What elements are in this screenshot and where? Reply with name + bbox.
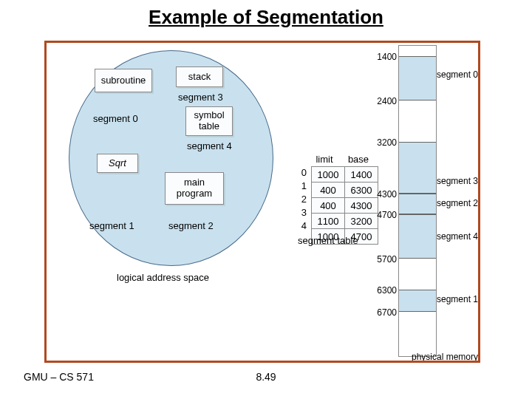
addr-6300: 6300 xyxy=(367,285,397,296)
physical-memory-label: physical memory xyxy=(412,352,478,362)
addr-1400: 1400 xyxy=(367,52,397,62)
cell-limit: 400 xyxy=(312,183,345,198)
segment-table-idx: 4 xyxy=(298,219,307,233)
addr-3200: 3200 xyxy=(367,137,397,148)
addr-4300: 4300 xyxy=(367,189,397,200)
cell-base: 1400 xyxy=(345,167,378,183)
segment-sqrt-box: Sqrt xyxy=(97,154,138,173)
phys-label-seg3: segment 3 xyxy=(437,176,478,186)
slide: Example of Segmentation subroutine segme… xyxy=(0,0,532,399)
segment-table-header-limit: limit xyxy=(311,154,338,165)
cell-limit: 400 xyxy=(312,198,345,214)
segment-table-idx: 2 xyxy=(298,193,307,206)
footer-page: 8.49 xyxy=(0,371,532,383)
segment-label-3: segment 3 xyxy=(178,92,223,103)
segment-table-idx: 3 xyxy=(298,206,307,219)
segment-table-label: segment table xyxy=(298,235,358,246)
addr-2400: 2400 xyxy=(367,96,397,106)
segment-table: limit base 0 1 2 3 4 10001400 4006300 40… xyxy=(298,154,378,245)
segment-table-grid: 10001400 4006300 4004300 11003200 100047… xyxy=(311,166,378,245)
phys-seg1-block xyxy=(399,290,436,312)
phys-seg0-block xyxy=(399,56,436,100)
segment-table-idx: 0 xyxy=(298,166,307,180)
phys-label-seg1: segment 1 xyxy=(437,294,478,304)
addr-4700: 4700 xyxy=(367,210,397,220)
segment-main-box: main program xyxy=(165,172,224,205)
cell-limit: 1100 xyxy=(312,214,345,229)
phys-label-seg4: segment 4 xyxy=(437,231,478,242)
phys-seg4-block xyxy=(399,214,436,259)
logical-address-space-label: logical address space xyxy=(117,272,209,283)
cell-limit: 1000 xyxy=(312,167,345,183)
segment-table-header: limit base xyxy=(311,154,378,165)
physical-memory xyxy=(398,45,437,357)
segment-symtab-box: symbol table xyxy=(185,106,233,136)
segment-table-idx: 1 xyxy=(298,180,307,193)
segment-label-4: segment 4 xyxy=(187,140,232,151)
phys-label-seg0: segment 0 xyxy=(437,69,478,80)
diagram-stage: subroutine segment 0 stack segment 3 sym… xyxy=(47,43,478,361)
segment-label-0: segment 0 xyxy=(93,113,138,124)
segment-stack-box: stack xyxy=(176,66,223,87)
addr-5700: 5700 xyxy=(367,254,397,265)
phys-label-seg2: segment 2 xyxy=(437,198,478,208)
segment-label-1: segment 1 xyxy=(89,220,134,231)
addr-6700: 6700 xyxy=(367,307,397,318)
phys-seg2-block xyxy=(399,194,436,214)
segment-label-2: segment 2 xyxy=(168,220,214,231)
diagram-frame: subroutine segment 0 stack segment 3 sym… xyxy=(44,41,480,363)
page-title: Example of Segmentation xyxy=(0,6,532,29)
phys-seg3-block xyxy=(399,142,436,194)
table-row: 10001400 xyxy=(312,167,378,183)
segment-table-header-base: base xyxy=(345,154,372,165)
segment-table-indices: 0 1 2 3 4 xyxy=(298,166,307,245)
segment-subroutine-box: subroutine xyxy=(95,69,152,92)
